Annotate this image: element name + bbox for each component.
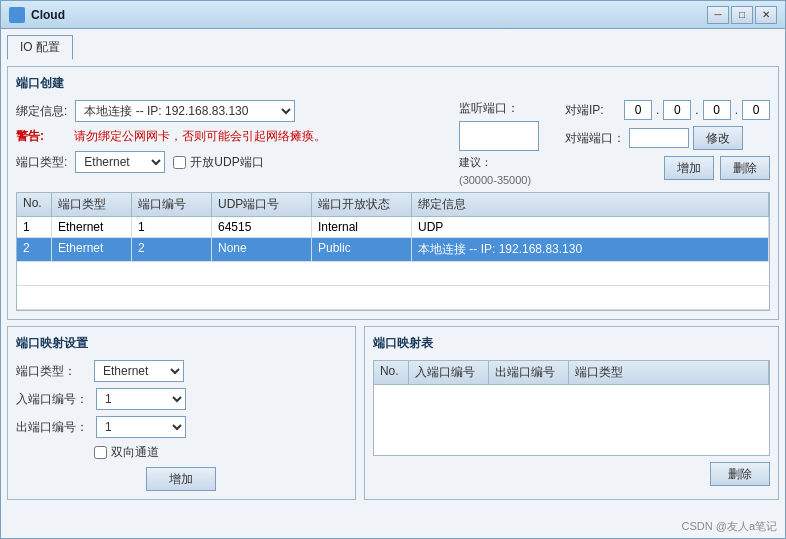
peer-port-input[interactable]: 0: [629, 128, 689, 148]
in-port-select[interactable]: 1: [96, 388, 186, 410]
in-port-label: 入端口编号：: [16, 391, 88, 408]
window-controls: ─ □ ✕: [707, 6, 777, 24]
modify-button[interactable]: 修改: [693, 126, 743, 150]
th-type: 端口类型: [52, 193, 132, 216]
warning-text: 请勿绑定公网网卡，否则可能会引起网络瘫痪。: [74, 128, 326, 145]
table-row[interactable]: 1 Ethernet 1 64515 Internal UDP: [17, 217, 769, 238]
bidirectional-checkbox[interactable]: [94, 446, 107, 459]
monitor-section: 监听端口： 30000 建议： (30000-35000): [459, 100, 549, 186]
udp-checkbox-label[interactable]: 开放UDP端口: [173, 154, 263, 171]
delete-button[interactable]: 删除: [720, 156, 770, 180]
th-status: 端口开放状态: [312, 193, 412, 216]
td-type: Ethernet: [52, 217, 132, 237]
monitor-port-input[interactable]: 30000: [459, 121, 539, 151]
maximize-button[interactable]: □: [731, 6, 753, 24]
map-delete-button[interactable]: 删除: [710, 462, 770, 486]
mapping-settings-title: 端口映射设置: [16, 335, 347, 352]
action-buttons: 增加 删除: [565, 156, 770, 180]
bottom-section: 端口映射设置 端口类型： Ethernet 入端口编号： 1 出端口编号：: [7, 326, 779, 500]
suggest-label: 建议：: [459, 155, 492, 170]
mapping-table-panel: 端口映射表 No. 入端口编号 出端口编号 端口类型 删除: [364, 326, 779, 500]
td-status: Public: [312, 238, 412, 261]
out-port-row: 出端口编号： 1: [16, 416, 347, 438]
warning-prefix: 警告:: [16, 128, 66, 145]
bind-label: 绑定信息:: [16, 103, 67, 120]
td-status: Internal: [312, 217, 412, 237]
map-table: No. 入端口编号 出端口编号 端口类型: [373, 360, 770, 456]
map-port-type-label: 端口类型：: [16, 363, 86, 380]
port-type-select[interactable]: Ethernet: [75, 151, 165, 173]
peer-ip-1[interactable]: [624, 100, 652, 120]
map-add-button[interactable]: 增加: [146, 467, 216, 491]
peer-ip-4[interactable]: [742, 100, 770, 120]
tab-bar: IO 配置: [7, 35, 779, 60]
minimize-button[interactable]: ─: [707, 6, 729, 24]
peer-ip-label: 对端IP:: [565, 102, 620, 119]
monitor-port-label: 监听端口：: [459, 100, 549, 117]
map-port-type-select[interactable]: Ethernet: [94, 360, 184, 382]
map-th-in: 入端口编号: [409, 361, 489, 384]
title-bar-left: Cloud: [9, 7, 65, 23]
table-header: No. 端口类型 端口编号 UDP端口号 端口开放状态 绑定信息: [17, 193, 769, 217]
map-th-no: No.: [374, 361, 409, 384]
th-bind: 绑定信息: [412, 193, 769, 216]
table-row-empty: [17, 262, 769, 286]
port-type-label: 端口类型:: [16, 154, 67, 171]
map-table-header: No. 入端口编号 出端口编号 端口类型: [374, 361, 769, 385]
app-icon: [9, 7, 25, 23]
add-button[interactable]: 增加: [664, 156, 714, 180]
bidirectional-row: 双向通道: [16, 444, 347, 461]
port-creation-title: 端口创建: [16, 75, 770, 92]
map-th-out: 出端口编号: [489, 361, 569, 384]
bind-select[interactable]: 本地连接 -- IP: 192.168.83.130: [75, 100, 295, 122]
td-bind: UDP: [412, 217, 769, 237]
td-type: Ethernet: [52, 238, 132, 261]
main-window: Cloud ─ □ ✕ IO 配置 端口创建 绑定信息:: [0, 0, 786, 539]
td-port-no: 2: [132, 238, 212, 261]
table-row-empty: [17, 286, 769, 310]
th-port-no: 端口编号: [132, 193, 212, 216]
left-form: 绑定信息: 本地连接 -- IP: 192.168.83.130 警告: 请勿绑…: [16, 100, 443, 186]
td-no: 2: [17, 238, 52, 261]
peer-section: 对端IP: . . . 对端端口： 0 修改: [565, 100, 770, 186]
port-creation-panel: 端口创建 绑定信息: 本地连接 -- IP: 192.168.83.130 警告…: [7, 66, 779, 320]
th-no: No.: [17, 193, 52, 216]
watermark: CSDN @友人a笔记: [681, 519, 777, 534]
peer-ip-2[interactable]: [663, 100, 691, 120]
map-port-type-row: 端口类型： Ethernet: [16, 360, 347, 382]
peer-port-label: 对端端口：: [565, 130, 625, 147]
td-udp-port: None: [212, 238, 312, 261]
td-no: 1: [17, 217, 52, 237]
table-row[interactable]: 2 Ethernet 2 None Public 本地连接 -- IP: 192…: [17, 238, 769, 262]
map-th-type: 端口类型: [569, 361, 769, 384]
out-port-select[interactable]: 1: [96, 416, 186, 438]
map-table-body: [374, 385, 769, 455]
port-type-row: 端口类型: Ethernet 开放UDP端口: [16, 151, 443, 173]
port-hint: (30000-35000): [459, 174, 549, 186]
th-udp-port: UDP端口号: [212, 193, 312, 216]
mapping-settings-panel: 端口映射设置 端口类型： Ethernet 入端口编号： 1 出端口编号：: [7, 326, 356, 500]
td-bind: 本地连接 -- IP: 192.168.83.130: [412, 238, 769, 261]
table-body: 1 Ethernet 1 64515 Internal UDP 2 Ethern…: [17, 217, 769, 310]
bidirectional-checkbox-label[interactable]: 双向通道: [94, 444, 159, 461]
td-udp-port: 64515: [212, 217, 312, 237]
in-port-row: 入端口编号： 1: [16, 388, 347, 410]
bind-info-row: 绑定信息: 本地连接 -- IP: 192.168.83.130: [16, 100, 443, 122]
title-bar: Cloud ─ □ ✕: [1, 1, 785, 29]
td-port-no: 1: [132, 217, 212, 237]
mapping-table-title: 端口映射表: [373, 335, 770, 352]
close-button[interactable]: ✕: [755, 6, 777, 24]
peer-ip-row: 对端IP: . . .: [565, 100, 770, 120]
tab-io-config[interactable]: IO 配置: [7, 35, 73, 60]
peer-ip-3[interactable]: [703, 100, 731, 120]
out-port-label: 出端口编号：: [16, 419, 88, 436]
port-table: No. 端口类型 端口编号 UDP端口号 端口开放状态 绑定信息 1 Ether…: [16, 192, 770, 311]
warning-row: 警告: 请勿绑定公网网卡，否则可能会引起网络瘫痪。: [16, 128, 443, 145]
content-area: IO 配置 端口创建 绑定信息: 本地连接 -- IP: 192.168.83.…: [1, 29, 785, 538]
udp-checkbox[interactable]: [173, 156, 186, 169]
window-title: Cloud: [31, 8, 65, 22]
peer-port-row: 对端端口： 0 修改: [565, 126, 770, 150]
